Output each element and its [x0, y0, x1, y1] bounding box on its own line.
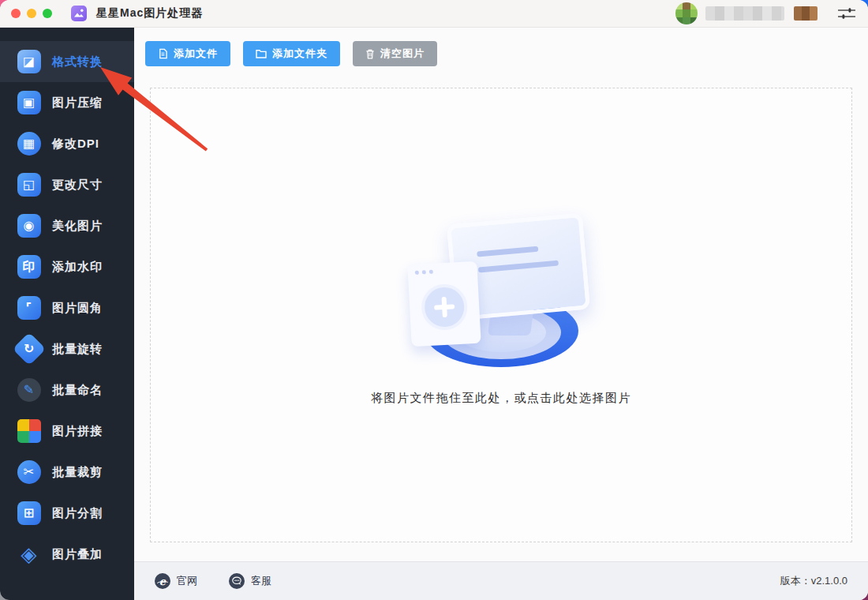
sidebar-menu: ◪格式转换▣图片压缩▦修改DPI◱更改尺寸◉美化图片印添加水印⌜图片圆角↻批量旋… [0, 28, 134, 600]
user-avatar[interactable] [675, 2, 698, 24]
footer-link-label: 客服 [251, 574, 271, 588]
watermark-icon: 印 [17, 255, 41, 279]
image-overlay-icon: ◈ [17, 542, 41, 566]
drop-zone[interactable]: 将图片文件拖住至此处，或点击此处选择图片 [150, 88, 852, 542]
sidebar-item-batch-rename[interactable]: ✎批量命名 [0, 369, 134, 411]
settings-sliders-icon[interactable] [836, 5, 857, 22]
app-logo-icon [71, 6, 87, 21]
app-window: 星星Mac图片处理器 ◪格式转换▣图片压缩▦修改DPI◱更改尺寸◉美化图片 [0, 0, 868, 600]
sidebar-item-watermark[interactable]: 印添加水印 [0, 246, 134, 287]
close-button[interactable] [11, 9, 21, 18]
rounded-corner-icon: ⌜ [17, 296, 41, 320]
username-censored [705, 6, 784, 21]
traffic-lights [11, 9, 52, 18]
drop-zone-hint: 将图片文件拖住至此处，或点击此处选择图片 [371, 391, 631, 406]
toolbar: 添加文件添加文件夹清空图片 [134, 28, 868, 88]
sidebar-item-image-split[interactable]: ⊞图片分割 [0, 493, 134, 534]
globe-icon: e [155, 573, 170, 589]
title-bar: 星星Mac图片处理器 [0, 0, 868, 28]
sidebar-item-resize[interactable]: ◱更改尺寸 [0, 164, 134, 205]
sidebar-item-image-compress[interactable]: ▣图片压缩 [0, 82, 134, 123]
button-label: 添加文件 [174, 47, 218, 61]
modify-dpi-icon: ▦ [17, 132, 41, 156]
chat-icon [229, 573, 245, 589]
customer-service-link[interactable]: 客服 [229, 573, 271, 589]
upload-illustration [398, 216, 604, 367]
sidebar-item-label: 更改尺寸 [52, 178, 103, 193]
image-stitch-icon [17, 419, 41, 443]
footer-link-label: 官网 [177, 574, 197, 588]
folder-icon [256, 49, 267, 58]
sidebar-item-beautify[interactable]: ◉美化图片 [0, 205, 134, 246]
window-body: ◪格式转换▣图片压缩▦修改DPI◱更改尺寸◉美化图片印添加水印⌜图片圆角↻批量旋… [0, 28, 868, 600]
user-badge-censored [794, 6, 817, 21]
plus-icon [421, 283, 469, 331]
status-footer: e官网客服版本：v2.1.0.0 [134, 561, 868, 600]
trash-icon [365, 49, 375, 59]
sidebar-item-batch-rotate[interactable]: ↻批量旋转 [0, 328, 134, 369]
sidebar-item-rounded-corner[interactable]: ⌜图片圆角 [0, 287, 134, 328]
batch-rotate-icon: ↻ [13, 332, 46, 366]
sidebar-item-label: 美化图片 [52, 219, 103, 234]
image-compress-icon: ▣ [17, 91, 41, 114]
beautify-icon: ◉ [17, 214, 41, 238]
sidebar-item-modify-dpi[interactable]: ▦修改DPI [0, 123, 134, 164]
sidebar-item-label: 批量命名 [52, 383, 103, 398]
main-panel: 添加文件添加文件夹清空图片 [134, 28, 868, 600]
sidebar-item-label: 图片分割 [52, 506, 103, 521]
image-split-icon: ⊞ [17, 501, 41, 525]
sidebar-item-image-stitch[interactable]: 图片拼接 [0, 411, 134, 452]
add-folder-button[interactable]: 添加文件夹 [243, 41, 340, 66]
official-site-link[interactable]: e官网 [155, 573, 197, 589]
format-convert-icon: ◪ [17, 50, 41, 73]
sidebar-item-label: 批量裁剪 [52, 465, 103, 480]
user-area [675, 2, 857, 24]
sidebar-item-label: 添加水印 [52, 260, 103, 275]
minimize-button[interactable] [27, 9, 36, 18]
sidebar-item-batch-crop[interactable]: ✂批量裁剪 [0, 452, 134, 493]
file-icon [158, 48, 168, 59]
sidebar-item-label: 图片压缩 [52, 96, 103, 111]
add-file-button[interactable]: 添加文件 [145, 41, 230, 66]
maximize-button[interactable] [43, 9, 52, 18]
sidebar-item-image-overlay[interactable]: ◈图片叠加 [0, 534, 134, 575]
add-card-illustration-icon [407, 261, 481, 346]
desktop: 星星Mac图片处理器 ◪格式转换▣图片压缩▦修改DPI◱更改尺寸◉美化图片 [0, 0, 868, 600]
sidebar-item-label: 图片圆角 [52, 301, 103, 316]
sidebar-item-label: 修改DPI [52, 137, 99, 152]
sidebar-item-label: 格式转换 [52, 54, 103, 69]
sidebar-item-label: 图片拼接 [52, 424, 103, 439]
button-label: 清空图片 [380, 47, 425, 61]
batch-crop-icon: ✂ [17, 460, 41, 484]
drop-zone-content: 将图片文件拖住至此处，或点击此处选择图片 [371, 216, 631, 406]
sidebar-item-label: 图片叠加 [52, 547, 103, 562]
batch-rename-icon: ✎ [17, 378, 41, 402]
clear-images-button[interactable]: 清空图片 [353, 41, 437, 66]
version-label: 版本：v2.1.0.0 [780, 574, 847, 588]
button-label: 添加文件夹 [272, 47, 327, 61]
sidebar-item-label: 批量旋转 [52, 342, 103, 357]
resize-icon: ◱ [17, 173, 41, 197]
sidebar-item-format-convert[interactable]: ◪格式转换 [0, 41, 134, 82]
app-title: 星星Mac图片处理器 [96, 6, 203, 21]
